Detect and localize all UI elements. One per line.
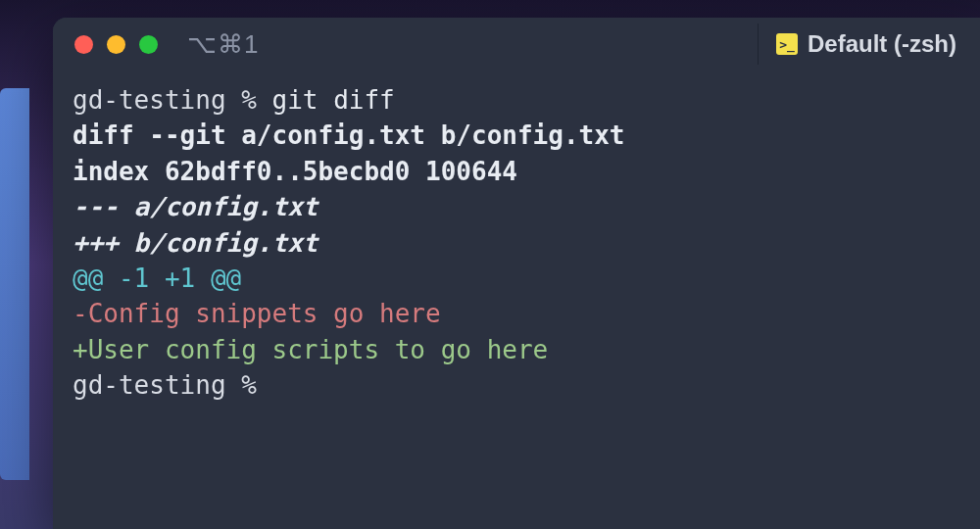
command-text: git diff xyxy=(272,85,395,115)
minimize-button[interactable] xyxy=(107,35,125,54)
diff-header-line: diff --git a/config.txt b/config.txt xyxy=(73,118,960,153)
diff-removed-line: -Config snippets go here xyxy=(73,296,960,331)
tab-shortcut-indicator: ⌥⌘1 xyxy=(187,29,259,60)
maximize-button[interactable] xyxy=(139,35,158,54)
traffic-lights xyxy=(74,35,158,54)
diff-added-line: +User config scripts to go here xyxy=(73,332,960,367)
tab-title: Default (-zsh) xyxy=(808,30,956,58)
terminal-output-area[interactable]: gd-testing % git diff diff --git a/confi… xyxy=(53,71,980,415)
diff-hunk-line: @@ -1 +1 @@ xyxy=(73,261,960,296)
diff-file-b-line: +++ b/config.txt xyxy=(73,225,960,261)
prompt-line-2: gd-testing % xyxy=(73,367,960,403)
prompt-line-1: gd-testing % git diff xyxy=(73,82,960,118)
active-tab[interactable]: >_ Default (-zsh) xyxy=(758,24,980,65)
desktop-accent-shape xyxy=(0,88,29,480)
diff-file-a-line: --- a/config.txt xyxy=(73,189,960,224)
prompt-path: gd-testing xyxy=(73,370,226,400)
prompt-path: gd-testing xyxy=(73,85,226,115)
shortcut-text: ⌥⌘1 xyxy=(187,29,259,60)
prompt-symbol: % xyxy=(241,85,257,115)
close-button[interactable] xyxy=(74,35,93,54)
diff-index-line: index 62bdff0..5becbd0 100644 xyxy=(73,154,960,189)
prompt-symbol: % xyxy=(241,370,257,400)
terminal-icon: >_ xyxy=(776,33,798,55)
window-titlebar[interactable]: ⌥⌘1 >_ Default (-zsh) xyxy=(53,18,980,71)
terminal-window: ⌥⌘1 >_ Default (-zsh) gd-testing % git d… xyxy=(53,18,980,529)
